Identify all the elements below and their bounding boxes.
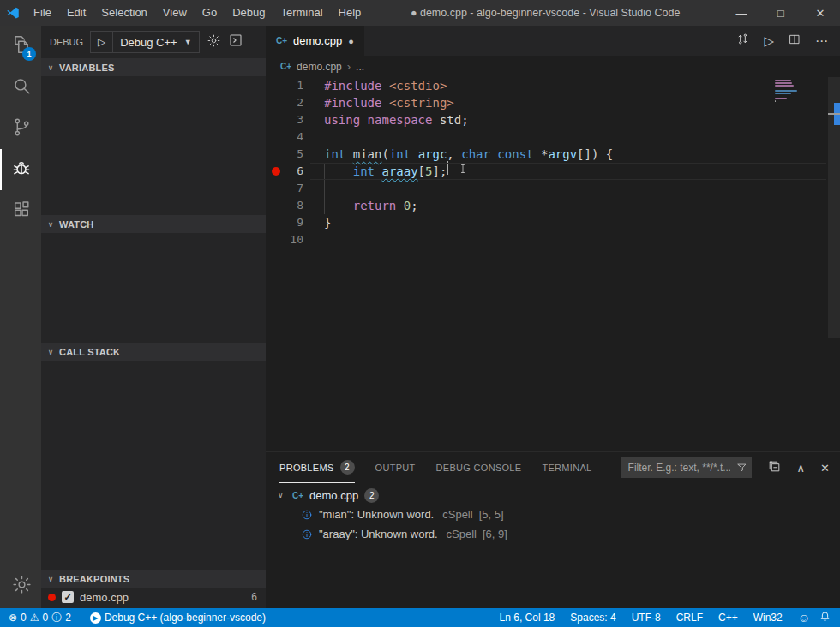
minimap-line	[775, 85, 794, 87]
breakpoint-list-item[interactable]: ✓ demo.cpp 6	[41, 588, 266, 606]
unsaved-dot-icon[interactable]: ●	[348, 36, 354, 46]
debug-launch-status[interactable]: ▶ Debug C++ (algo-beginner-vscode)	[90, 612, 266, 624]
menu-edit[interactable]: Edit	[59, 0, 93, 26]
code-line-2[interactable]: 2#include <cstring>	[266, 94, 840, 111]
info-icon	[301, 509, 313, 521]
manage-settings-button[interactable]	[0, 565, 41, 606]
gutter[interactable]: 10	[266, 231, 324, 248]
problem-count-badge: 2	[364, 488, 379, 503]
debug-config-dropdown[interactable]: Debug C++▼	[113, 32, 198, 52]
line-number: 1	[297, 77, 303, 94]
code-line-5[interactable]: 5int mian(int argc, char const *argv[]) …	[266, 146, 840, 163]
code-line-10[interactable]: 10	[266, 231, 840, 248]
code-text: using namespace std;	[324, 111, 469, 128]
code-line-9[interactable]: 9}	[266, 214, 840, 231]
section-watch[interactable]: ∨ WATCH	[41, 215, 266, 233]
problems-filter	[621, 457, 752, 478]
sidebar-item-extensions[interactable]	[0, 190, 41, 231]
minimap[interactable]	[775, 80, 801, 105]
breakpoint-checkbox[interactable]: ✓	[62, 591, 74, 603]
menu-help[interactable]: Help	[331, 0, 369, 26]
sidebar-item-search[interactable]	[0, 67, 41, 108]
section-call-stack[interactable]: ∨ CALL STACK	[41, 343, 266, 361]
dirty-dot: ●	[411, 7, 417, 19]
chevron-down-icon: ∨	[45, 63, 56, 72]
panel-tab-output[interactable]: OUTPUT	[375, 452, 416, 483]
gutter[interactable]: 3	[266, 111, 324, 128]
start-debugging-button[interactable]: ▷	[91, 32, 113, 52]
sidebar-item-source-control[interactable]	[0, 108, 41, 149]
code-line-4[interactable]: 4	[266, 128, 840, 146]
status-ln-6-col-18[interactable]: Ln 6, Col 18	[500, 612, 555, 624]
problem-row[interactable]: "araay": Unknown word.cSpell[6, 9]	[266, 524, 840, 544]
code-line-3[interactable]: 3using namespace std;	[266, 111, 840, 128]
section-breakpoints[interactable]: ∨ BREAKPOINTS	[41, 570, 266, 588]
status-utf-8[interactable]: UTF-8	[632, 612, 661, 624]
problems-file-group[interactable]: ∨ C+ demo.cpp 2	[266, 486, 840, 505]
menu-file[interactable]: File	[26, 0, 59, 26]
cpp-file-icon: C+	[276, 36, 287, 45]
breadcrumb-file[interactable]: demo.cpp	[297, 61, 342, 73]
breakpoint-dot-icon[interactable]	[272, 167, 280, 176]
gear-icon	[11, 574, 33, 599]
status-crlf[interactable]: CRLF	[676, 612, 703, 624]
menu-view[interactable]: View	[155, 0, 195, 26]
debug-launch-group: ▷ Debug C++▼	[90, 31, 199, 53]
filter-input[interactable]	[621, 457, 752, 478]
gutter[interactable]: 7	[266, 180, 324, 197]
menu-debug[interactable]: Debug	[225, 0, 273, 26]
maximize-button[interactable]: □	[761, 0, 801, 26]
filter-icon[interactable]	[735, 461, 748, 477]
run-file-button[interactable]: ▷	[764, 33, 774, 49]
debug-settings-gear-button[interactable]	[207, 33, 221, 51]
close-panel-icon[interactable]: ✕	[820, 462, 830, 475]
gutter[interactable]: 2	[266, 94, 324, 111]
chevron-down-icon: ∨	[278, 491, 286, 499]
code-line-6[interactable]: 6 int araay[5];	[266, 163, 840, 180]
maximize-panel-icon[interactable]: ∧	[797, 462, 806, 475]
status-win32[interactable]: Win32	[753, 612, 783, 624]
status-c[interactable]: C++	[718, 612, 738, 624]
source-control-icon	[11, 116, 33, 141]
code-line-1[interactable]: 1#include <cstdio>	[266, 77, 840, 94]
menu-selection[interactable]: Selection	[93, 0, 154, 26]
gutter[interactable]: 5	[266, 146, 324, 163]
panel-tab-terminal[interactable]: TERMINAL	[542, 452, 591, 483]
code-text: }	[324, 214, 331, 231]
line-number: 7	[297, 180, 303, 197]
gutter[interactable]: 9	[266, 214, 324, 231]
line-number: 9	[297, 214, 303, 231]
problem-position: [5, 5]	[479, 508, 504, 521]
debug-icon	[10, 157, 33, 182]
debug-play-icon: ▶	[90, 612, 101, 624]
close-button[interactable]: ✕	[801, 0, 840, 26]
panel-tab-debug-console[interactable]: DEBUG CONSOLE	[436, 452, 522, 483]
breadcrumb-symbol[interactable]: ...	[356, 61, 364, 73]
problem-row[interactable]: "mian": Unknown word.cSpell[5, 5]	[266, 505, 840, 524]
minimap-line	[775, 100, 776, 102]
code-editor[interactable]: 1#include <cstdio>2#include <cstring>3us…	[266, 77, 840, 451]
collapse-all-icon[interactable]	[767, 459, 782, 477]
open-changes-icon[interactable]	[735, 32, 750, 50]
sidebar-item-explorer[interactable]: 1	[0, 26, 41, 67]
menu-go[interactable]: Go	[195, 0, 225, 26]
tab-demo-cpp[interactable]: C+ demo.cpp ●	[266, 26, 364, 56]
gutter[interactable]: 1	[266, 77, 324, 94]
code-line-7[interactable]: 7	[266, 180, 840, 197]
gutter[interactable]: 8	[266, 197, 324, 214]
open-debug-console-button[interactable]	[228, 33, 243, 51]
minimize-button[interactable]: —	[722, 0, 761, 26]
extensions-icon	[11, 199, 33, 224]
section-variables[interactable]: ∨ VARIABLES	[41, 58, 266, 76]
status-spaces-4[interactable]: Spaces: 4	[570, 612, 615, 624]
problems-status-button[interactable]: ⊗ 0 ⚠ 0 ⓘ 2	[9, 611, 71, 625]
menu-terminal[interactable]: Terminal	[273, 0, 330, 26]
gutter[interactable]: 4	[266, 128, 324, 146]
panel-tab-problems[interactable]: PROBLEMS2	[279, 452, 355, 483]
code-line-8[interactable]: 8 return 0;	[266, 197, 840, 214]
split-editor-icon[interactable]	[788, 33, 801, 50]
sidebar-item-run-and-debug[interactable]	[0, 149, 41, 190]
notifications-bell-icon[interactable]	[819, 610, 831, 625]
feedback-smiley-icon[interactable]: ☺	[798, 611, 810, 624]
more-actions-icon[interactable]: ⋯	[815, 33, 828, 49]
